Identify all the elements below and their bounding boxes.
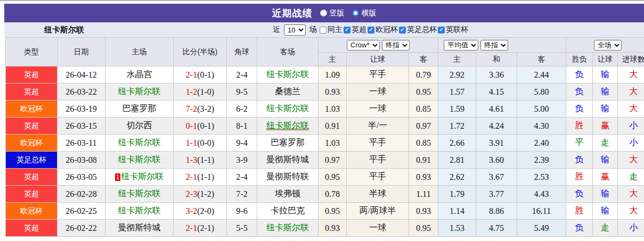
home-team-name[interactable]: 巴塞罗那 — [123, 104, 157, 113]
away-team-name[interactable]: 曼彻斯特城 — [266, 155, 309, 164]
layout-radio-vertical[interactable]: 竖版 — [320, 9, 345, 18]
away-team-name[interactable]: 纽卡斯尔联 — [266, 70, 309, 79]
odds-away-cell: 0.93 — [409, 169, 438, 186]
away-team-name[interactable]: 纽卡斯尔联 — [266, 121, 309, 130]
score-cell: 2-1(1-1) — [174, 169, 227, 186]
full-time-score: 2-1 — [186, 223, 197, 232]
handicap-result: 输 — [601, 70, 609, 79]
filter-checkbox-item[interactable]: 英超 — [344, 25, 366, 35]
winloss-result-cell: 负 — [566, 186, 593, 203]
league-cell: 英超 — [6, 67, 58, 84]
odds-away-cell: 0.93 — [409, 203, 438, 220]
match-row: 欧冠杯 26-03-19 巴塞罗那 7-2(3-2) 6-2 纽卡斯尔联 1.0… — [6, 101, 644, 118]
goals-result: 大 — [630, 206, 638, 215]
away-team-name[interactable]: 纽卡斯尔联 — [266, 223, 309, 232]
goals-result: 大 — [630, 104, 638, 113]
avg-time-select[interactable]: 终指 — [480, 40, 508, 51]
winloss-result-cell: 负 — [566, 67, 593, 84]
avg-away-cell: 4.30 — [517, 118, 566, 135]
winloss-result-cell: 平 — [566, 135, 593, 152]
odds-company-select[interactable]: Crow* — [347, 40, 380, 51]
filter-checkbox-item[interactable]: 欧冠杯 — [368, 25, 398, 35]
filter-label: 英联杯 — [446, 25, 468, 35]
corners-cell: 9-5 — [227, 84, 257, 101]
date-cell: 26-03-19 — [58, 101, 105, 118]
away-team-cell: 纽卡斯尔联 — [257, 67, 319, 84]
radio-icon[interactable] — [320, 10, 327, 16]
home-team-name[interactable]: 纽卡斯尔联 — [118, 87, 161, 96]
home-team-name[interactable]: 切尔西 — [127, 121, 152, 130]
goals-result: 大 — [630, 87, 638, 96]
handicap-line-cell: 平手 — [347, 169, 409, 186]
checkbox-checked-icon[interactable] — [368, 27, 374, 34]
handicap-line-cell: 一球 — [347, 84, 409, 101]
half-time-score: (2-1) — [197, 223, 214, 232]
home-team-name[interactable]: 纽卡斯尔联 — [118, 189, 161, 198]
away-team-name[interactable]: 桑德兰 — [275, 87, 300, 96]
league-cell: 欧冠杯 — [6, 135, 58, 152]
winloss-result-cell: 负 — [566, 101, 593, 118]
home-team-name[interactable]: 曼彻斯特城 — [118, 223, 161, 232]
avg-type-select[interactable]: 平均值 — [444, 40, 478, 51]
page-title: 近期战绩 — [272, 7, 313, 20]
goals-result-cell: 大 — [618, 84, 644, 101]
handicap-line-cell: 半/一 — [347, 118, 409, 135]
winloss-result-cell: 负 — [566, 152, 593, 169]
home-team-name[interactable]: 水晶宫 — [127, 70, 152, 79]
away-team-name[interactable]: 曼彻斯特联 — [266, 172, 309, 181]
radio-icon[interactable] — [352, 10, 359, 16]
match-row: 英超 26-03-15 切尔西 0-1(0-1) 8-1 纽卡斯尔联 0.91 … — [6, 118, 644, 135]
avg-away-cell: 5.00 — [517, 101, 566, 118]
recent-count-select[interactable]: 10 — [284, 24, 306, 36]
goals-result: 大 — [630, 155, 638, 164]
home-team-name[interactable]: 纽卡斯尔联 — [121, 172, 164, 181]
home-team-cell: 水晶宫 — [105, 67, 174, 84]
filter-checkbox-item[interactable]: 英足总杯 — [399, 25, 437, 35]
odds-away-cell: 1.11 — [409, 186, 438, 203]
away-team-cell: 纽卡斯尔联 — [257, 101, 319, 118]
away-team-name[interactable]: 卡拉巴克 — [271, 206, 305, 215]
away-team-name[interactable]: 纽卡斯尔联 — [266, 104, 309, 113]
scope-select[interactable]: 全场 — [594, 40, 622, 51]
half-time-score: (1-1) — [197, 155, 214, 164]
corners-cell: 7-2 — [227, 186, 257, 203]
layout-radio-horizontal[interactable]: 横版 — [352, 9, 377, 18]
col-header-home: 主场 — [105, 38, 174, 67]
checkbox-unchecked-icon[interactable] — [320, 27, 327, 34]
away-team-name[interactable]: 埃弗顿 — [275, 189, 300, 198]
filter-checkbox-item[interactable]: 同主 — [320, 25, 343, 35]
handicap-result-cell: 输 — [593, 203, 618, 220]
half-time-score: (2-0) — [197, 206, 214, 215]
winloss-result: 负 — [575, 189, 584, 198]
corners-cell: 6-2 — [227, 101, 257, 118]
half-time-score: (1-2) — [197, 189, 214, 198]
filter-checkbox-item[interactable]: 英联杯 — [438, 25, 468, 35]
home-team-name[interactable]: 纽卡斯尔联 — [118, 138, 161, 147]
odds-time-select[interactable]: 终指 — [382, 40, 410, 51]
winloss-result-cell: 胜 — [566, 118, 593, 135]
home-team-name[interactable]: 纽卡斯尔联 — [118, 155, 161, 164]
checkbox-checked-icon[interactable] — [344, 27, 350, 34]
goals-result-cell: 大 — [618, 152, 644, 169]
date-cell: 26-02-25 — [58, 203, 105, 220]
away-team-name[interactable]: 巴塞罗那 — [271, 138, 305, 147]
away-team-cell: 桑德兰 — [257, 84, 319, 101]
home-team-cell: 切尔西 — [105, 118, 174, 135]
checkbox-checked-icon[interactable] — [438, 27, 445, 34]
half-time-score: (0-1) — [197, 70, 214, 79]
avg-home-cell: 1.59 — [438, 101, 476, 118]
odds-home-cell: 0.78 — [319, 186, 347, 203]
home-team-cell: 曼彻斯特城 — [105, 220, 174, 237]
handicap-result: 走 — [601, 223, 609, 232]
layout-radio-vertical-label: 竖版 — [330, 9, 345, 18]
corners-cell: 2-4 — [227, 67, 257, 84]
corners-cell: 2-4 — [227, 169, 257, 186]
date-cell: 26-02-22 — [58, 220, 105, 237]
handicap-result-cell: 赢 — [593, 169, 618, 186]
winloss-result: 负 — [575, 87, 584, 96]
home-team-name[interactable]: 纽卡斯尔联 — [118, 206, 161, 215]
league-cell: 欧冠杯 — [6, 203, 58, 220]
date-cell: 26-02-28 — [58, 186, 105, 203]
checkbox-checked-icon[interactable] — [399, 27, 406, 34]
handicap-line-cell: 平手 — [347, 152, 409, 169]
